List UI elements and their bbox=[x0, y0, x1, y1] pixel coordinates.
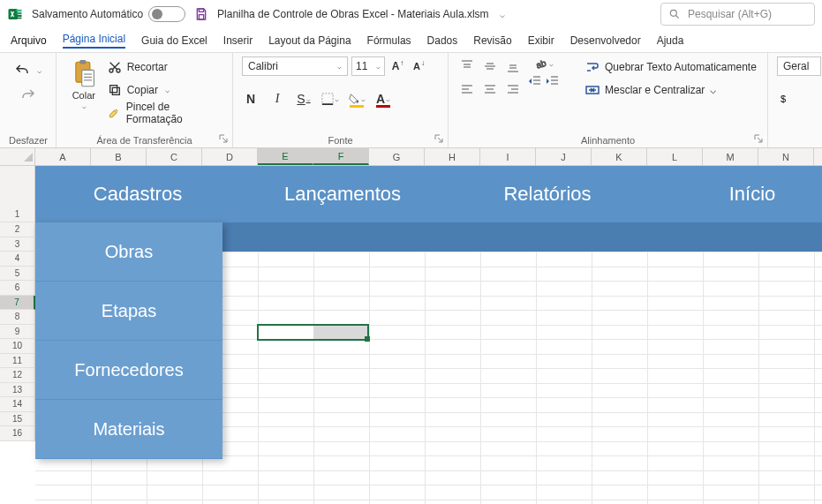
number-format-select[interactable]: Geral bbox=[777, 56, 821, 76]
tab-formulas[interactable]: Fórmulas bbox=[367, 34, 411, 47]
dropdown-item-materiais[interactable]: Materiais bbox=[35, 400, 222, 459]
tab-file[interactable]: Arquivo bbox=[11, 34, 47, 47]
align-middle-button[interactable] bbox=[480, 56, 500, 76]
row-header[interactable]: 2 bbox=[0, 222, 35, 237]
row-header[interactable]: 12 bbox=[0, 368, 35, 383]
row-header[interactable]: 16 bbox=[0, 426, 35, 441]
col-header[interactable]: J bbox=[536, 148, 592, 165]
wrap-text-button[interactable]: Quebrar Texto Automaticamente bbox=[585, 60, 757, 74]
tab-view[interactable]: Exibir bbox=[528, 34, 554, 47]
col-header[interactable]: B bbox=[91, 148, 147, 165]
tab-guide[interactable]: Guia do Excel bbox=[141, 34, 207, 47]
nav-tab-cadastros[interactable]: Cadastros bbox=[35, 166, 240, 222]
save-icon[interactable] bbox=[194, 7, 208, 21]
col-header[interactable]: K bbox=[592, 148, 647, 165]
fill-color-button[interactable]: ⌵ bbox=[348, 90, 366, 108]
tab-layout[interactable]: Layout da Página bbox=[268, 34, 351, 47]
dialog-launcher-icon[interactable] bbox=[753, 133, 764, 144]
row-headers: 1 2 3 4 5 6 7 8 9 10 11 12 13 14 15 16 bbox=[0, 166, 35, 441]
redo-button[interactable] bbox=[20, 87, 36, 104]
dropdown-item-obras[interactable]: Obras bbox=[35, 222, 222, 282]
chevron-down-icon: ⌵ bbox=[82, 102, 87, 110]
ribbon: ⌵ Desfazer Colar ⌵ Recortar Cop bbox=[0, 53, 822, 148]
align-center-button[interactable] bbox=[480, 79, 500, 99]
italic-button[interactable]: I bbox=[268, 90, 286, 108]
col-header[interactable]: H bbox=[425, 148, 480, 165]
font-size-select[interactable]: 11⌵ bbox=[351, 56, 385, 76]
row-header[interactable]: 6 bbox=[0, 281, 35, 296]
col-header[interactable]: G bbox=[369, 148, 425, 165]
tab-home[interactable]: Página Inicial bbox=[63, 33, 125, 49]
row-header[interactable]: 10 bbox=[0, 339, 35, 354]
alignment-grid bbox=[457, 56, 523, 99]
dialog-launcher-icon[interactable] bbox=[434, 133, 444, 144]
bold-button[interactable]: N bbox=[242, 90, 260, 108]
group-label-clipboard: Área de Transferência bbox=[65, 133, 223, 146]
cut-button[interactable]: Recortar bbox=[108, 58, 223, 76]
col-header[interactable]: M bbox=[703, 148, 758, 165]
spreadsheet-grid[interactable]: 1 2 3 4 5 6 7 8 9 10 11 12 13 14 15 16 C… bbox=[0, 166, 822, 504]
copy-button[interactable]: Copiar⌵ bbox=[108, 81, 223, 99]
tab-help[interactable]: Ajuda bbox=[657, 34, 684, 47]
auto-save-toggle[interactable] bbox=[148, 6, 185, 22]
row-header[interactable]: 15 bbox=[0, 412, 35, 427]
nav-tab-inicio[interactable]: Início bbox=[650, 166, 822, 222]
dropdown-item-etapas[interactable]: Etapas bbox=[35, 282, 222, 341]
paste-button[interactable]: Colar ⌵ bbox=[65, 56, 102, 110]
decrease-font-button[interactable]: A↓ bbox=[410, 56, 427, 76]
svg-rect-19 bbox=[112, 87, 119, 94]
align-bottom-button[interactable] bbox=[503, 56, 523, 76]
orientation-button[interactable]: ab⌵ bbox=[528, 56, 560, 71]
align-left-button[interactable] bbox=[457, 79, 477, 99]
merge-center-button[interactable]: Mesclar e Centralizar⌵ bbox=[585, 83, 757, 97]
col-header[interactable]: I bbox=[480, 148, 536, 165]
nav-tab-relatorios[interactable]: Relatórios bbox=[445, 166, 650, 222]
col-header[interactable]: C bbox=[147, 148, 202, 165]
tab-review[interactable]: Revisão bbox=[473, 34, 511, 47]
svg-rect-21 bbox=[322, 94, 333, 104]
svg-text:$: $ bbox=[781, 94, 786, 104]
border-button[interactable]: ⌵ bbox=[321, 90, 339, 108]
tab-data[interactable]: Dados bbox=[427, 34, 458, 47]
accounting-format-button[interactable]: $ bbox=[777, 90, 795, 108]
col-header[interactable]: D bbox=[202, 148, 258, 165]
col-header[interactable]: E bbox=[258, 148, 313, 165]
row-header[interactable]: 14 bbox=[0, 397, 35, 412]
svg-rect-5 bbox=[199, 9, 203, 11]
align-right-button[interactable] bbox=[503, 79, 523, 99]
font-name-select[interactable]: Calibri⌵ bbox=[242, 56, 348, 76]
select-all-corner[interactable] bbox=[0, 148, 35, 165]
title-chevron-icon[interactable]: ⌵ bbox=[500, 10, 505, 19]
dialog-launcher-icon[interactable] bbox=[218, 133, 229, 144]
undo-button[interactable]: ⌵ bbox=[14, 62, 41, 79]
nav-tab-lancamentos[interactable]: Lançamentos bbox=[240, 166, 445, 222]
search-input[interactable]: Pesquisar (Alt+G) bbox=[660, 3, 815, 26]
align-top-button[interactable] bbox=[457, 56, 477, 76]
row-header[interactable]: 11 bbox=[0, 354, 35, 369]
col-header[interactable]: N bbox=[758, 148, 814, 165]
row-header[interactable]: 5 bbox=[0, 267, 35, 282]
row-header[interactable]: 7 bbox=[0, 296, 35, 311]
group-label-undo: Desfazer bbox=[9, 133, 47, 146]
svg-line-8 bbox=[676, 16, 679, 19]
row-header[interactable]: 3 bbox=[0, 237, 35, 252]
dropdown-item-fornecedores[interactable]: Fornecedores bbox=[35, 341, 222, 400]
row-header[interactable]: 4 bbox=[0, 252, 35, 267]
row-header[interactable]: 8 bbox=[0, 310, 35, 325]
col-header[interactable]: L bbox=[647, 148, 703, 165]
format-painter-button[interactable]: Pincel de Formatação bbox=[108, 104, 223, 122]
col-header[interactable]: F bbox=[313, 148, 369, 165]
cadastros-dropdown: Obras Etapas Fornecedores Materiais bbox=[35, 222, 222, 459]
row-header[interactable]: 9 bbox=[0, 325, 35, 340]
tab-insert[interactable]: Inserir bbox=[223, 34, 253, 47]
row-header[interactable]: 13 bbox=[0, 383, 35, 398]
document-title: Planilha de Controle de Obras Excel - Ma… bbox=[217, 8, 488, 20]
col-header[interactable]: A bbox=[35, 148, 91, 165]
increase-font-button[interactable]: A↑ bbox=[388, 56, 406, 76]
font-color-button[interactable]: A⌵ bbox=[374, 90, 392, 108]
tab-developer[interactable]: Desenvolvedor bbox=[570, 34, 641, 47]
underline-button[interactable]: S⌵ bbox=[295, 90, 313, 108]
increase-indent-button[interactable] bbox=[546, 74, 560, 88]
decrease-indent-button[interactable] bbox=[528, 74, 542, 88]
row-header[interactable]: 1 bbox=[0, 166, 35, 222]
